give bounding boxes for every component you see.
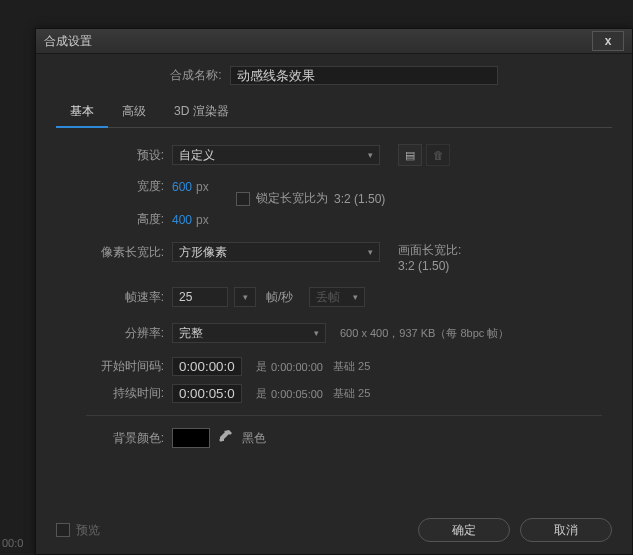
chevron-down-icon: ▾ (243, 292, 248, 302)
height-unit: px (196, 213, 209, 227)
bgcolor-label: 背景颜色: (86, 430, 172, 447)
height-label: 高度: (86, 211, 172, 228)
background-left-strip (0, 0, 35, 555)
start-is: 是 (256, 359, 267, 374)
save-icon: ▤ (405, 149, 415, 162)
frame-ar-value: 3:2 (1.50) (398, 259, 461, 273)
titlebar: 合成设置 x (36, 29, 632, 54)
tab-bar: 基本 高级 3D 渲染器 (56, 99, 612, 128)
preview-checkbox[interactable] (56, 523, 70, 537)
start-tc-label: 开始时间码: (86, 358, 172, 375)
bgcolor-swatch[interactable] (172, 428, 210, 448)
preset-dropdown[interactable]: 自定义 ▾ (172, 145, 380, 165)
tab-advanced[interactable]: 高级 (108, 99, 160, 127)
preset-save-button[interactable]: ▤ (398, 144, 422, 166)
preset-delete-button: 🗑 (426, 144, 450, 166)
lock-aspect-ratio: 3:2 (1.50) (334, 192, 385, 206)
eyedropper-icon[interactable] (218, 430, 232, 447)
start-tc-echo: 0:00:00:00 (271, 361, 323, 373)
close-button[interactable]: x (592, 31, 624, 51)
resolution-dropdown[interactable]: 完整 ▾ (172, 323, 326, 343)
width-value[interactable]: 600 (172, 180, 192, 194)
preset-label: 预设: (86, 147, 172, 164)
tab-basic[interactable]: 基本 (56, 99, 108, 128)
dialog-title: 合成设置 (44, 33, 92, 50)
fps-input[interactable]: 25 (172, 287, 228, 307)
width-label: 宽度: (86, 178, 172, 195)
fps-unit-label: 帧/秒 (266, 289, 293, 306)
chevron-down-icon: ▾ (368, 150, 373, 160)
chevron-down-icon: ▾ (368, 247, 373, 257)
lock-aspect-label: 锁定长宽比为 (256, 190, 328, 207)
chevron-down-icon: ▾ (353, 292, 358, 302)
par-value: 方形像素 (179, 244, 227, 261)
bgcolor-name: 黑色 (242, 430, 266, 447)
duration-input[interactable] (172, 384, 242, 403)
trash-icon: 🗑 (433, 149, 444, 161)
fps-dropframe-dropdown: 丢帧 ▾ (309, 287, 365, 307)
tab-3d-renderer[interactable]: 3D 渲染器 (160, 99, 243, 127)
fps-value: 25 (179, 290, 192, 304)
start-base: 基础 25 (333, 359, 370, 374)
close-icon: x (605, 34, 612, 48)
par-label: 像素长宽比: (86, 242, 172, 261)
width-unit: px (196, 180, 209, 194)
frame-ar-label: 画面长宽比: (398, 242, 461, 259)
par-dropdown[interactable]: 方形像素 ▾ (172, 242, 380, 262)
resolution-value: 完整 (179, 325, 203, 342)
preset-value: 自定义 (179, 147, 215, 164)
ok-button[interactable]: 确定 (418, 518, 510, 542)
cancel-button[interactable]: 取消 (520, 518, 612, 542)
duration-label: 持续时间: (86, 385, 172, 402)
start-tc-input[interactable] (172, 357, 242, 376)
duration-tc-echo: 0:00:05:00 (271, 388, 323, 400)
composition-settings-dialog: 合成设置 x 合成名称: 基本 高级 3D 渲染器 预设: 自定义 ▾ (35, 28, 633, 555)
resolution-info: 600 x 400，937 KB（每 8bpc 帧） (340, 326, 509, 341)
comp-name-input[interactable] (230, 66, 498, 85)
duration-is: 是 (256, 386, 267, 401)
lock-aspect-checkbox[interactable] (236, 192, 250, 206)
duration-base: 基础 25 (333, 386, 370, 401)
height-value[interactable]: 400 (172, 213, 192, 227)
chevron-down-icon: ▾ (314, 328, 319, 338)
resolution-label: 分辨率: (86, 325, 172, 342)
comp-name-label: 合成名称: (170, 67, 229, 84)
fps-step-button[interactable]: ▾ (234, 287, 256, 307)
preview-label: 预览 (76, 522, 100, 539)
fps-label: 帧速率: (86, 289, 172, 306)
fps-dropframe-value: 丢帧 (316, 289, 340, 306)
